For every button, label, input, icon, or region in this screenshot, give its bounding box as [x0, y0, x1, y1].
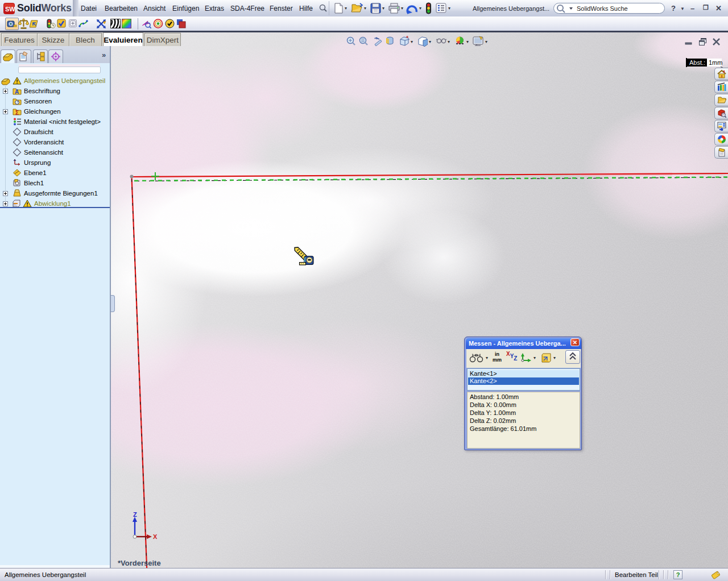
- svg-text:Z: Z: [133, 511, 137, 518]
- svg-text:Σ: Σ: [15, 110, 19, 116]
- svg-text:A: A: [15, 89, 19, 95]
- svg-text:SW: SW: [5, 6, 15, 13]
- svg-text:X: X: [153, 533, 158, 540]
